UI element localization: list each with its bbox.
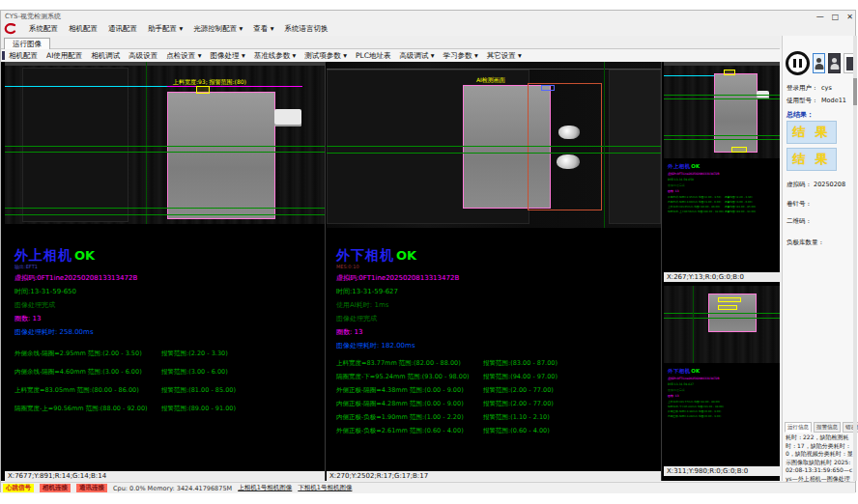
upper-camera-image[interactable]: 上料宽度:93; 报警范围:(80) xyxy=(5,62,325,224)
machine-silhouette xyxy=(609,70,661,224)
cell-region xyxy=(714,73,758,153)
tool-advanced-debug[interactable]: 高级调试 ▾ xyxy=(399,51,434,61)
yellow-tick-mark xyxy=(724,70,735,75)
control-button-row xyxy=(786,51,856,75)
image-top-band xyxy=(664,62,780,66)
pause-button[interactable] xyxy=(786,51,810,75)
tool-advanced-settings[interactable]: 高级设置 xyxy=(129,51,157,61)
close-icon[interactable]: ✕ xyxy=(846,13,853,21)
lower-measurements: 上料宽度=83.77mm 范围:(82.00 - 88.00)报警范围:(83.… xyxy=(336,359,655,440)
tool-baseline-params[interactable]: 基准线参数 ▾ xyxy=(254,51,297,61)
menu-item-view[interactable]: 查看 ▾ xyxy=(253,24,273,34)
measure-row: 外侧正极-隔圈=4.38mm 范围:(0.00 - 9.00)报警范围:(2.0… xyxy=(336,386,655,400)
measure-line-4 xyxy=(5,214,325,215)
app-logo-icon xyxy=(4,23,16,35)
title-bar: CYS-视觉检测系统 — □ ✕ xyxy=(1,11,855,22)
alarm-text: 报警范围:(3.00 - 6.00) xyxy=(725,200,753,204)
measure-text: 内侧余线-隔圈=4.60mm 范围:(3.00 - 6.00) xyxy=(668,200,721,203)
user-manage-button[interactable] xyxy=(828,53,841,73)
measure-line-3 xyxy=(664,135,780,136)
tab-nozzle xyxy=(274,109,301,126)
measure-text: 内侧余线-隔圈=4.60mm 范围:(3.00 - 6.00) xyxy=(14,368,142,376)
menu-item-system-config[interactable]: 系统配置 xyxy=(29,24,58,34)
yellow-tick-mark xyxy=(718,305,737,310)
thumb2-title: 外下相机 xyxy=(668,368,691,374)
measure-line-3 xyxy=(5,208,325,209)
lower-camera-image-link[interactable]: 下相机1号相机图像 xyxy=(298,484,352,492)
tab-strip: 运行图像 xyxy=(1,36,780,49)
measure-text: 上料宽度=83.05mm 范围:(80.00 - 86.00) xyxy=(14,386,139,394)
upper-overlay-text: 上料宽度:93; 报警范围:(80) xyxy=(173,78,246,85)
tool-ai-usage-config[interactable]: AI使用配置 xyxy=(46,51,82,61)
measure-row: 外侧正极-负极=2.61mm 范围:(0.60 - 4.00)报警范围:(0.6… xyxy=(336,427,655,440)
alarm-text: 报警范围:(89.00 - 91.00) xyxy=(725,210,756,214)
tool-plc-address[interactable]: PLC地址表 xyxy=(356,51,390,61)
thumb2-time: 时间:13-31-59-627 xyxy=(668,382,777,386)
maximize-icon[interactable]: □ xyxy=(832,13,840,21)
thumb2-turns: 圈数: 13 xyxy=(668,394,777,398)
virtual-code-value: 20250208 xyxy=(814,181,845,188)
lower-done: 图像处理完成 xyxy=(336,314,655,323)
thumb1-turns: 圈数: 13 xyxy=(668,189,777,193)
alarm-text: 报警范围:(2.20 - 3.30) xyxy=(161,350,228,358)
thumb1-image[interactable] xyxy=(664,62,780,158)
thumb2-results: 外下相机OK 虚拟码:0FT1ine2025020813313472B 时间:1… xyxy=(668,367,777,420)
menu-item-light-control[interactable]: 光源控制配置 ▾ xyxy=(193,24,243,34)
detect-roi-box xyxy=(541,85,555,91)
upper-camera-title: 外上相机 xyxy=(14,247,72,263)
window-controls: — □ ✕ xyxy=(816,11,853,22)
menu-item-assist-config[interactable]: 助手配置 ▾ xyxy=(148,24,183,34)
measure-text: 外侧正极-负极=2.61mm 范围:(0.60 - 4.00) xyxy=(336,427,464,434)
measure-line-2 xyxy=(327,153,661,154)
exit-door-icon xyxy=(846,57,853,70)
thumb2-ok: OK xyxy=(691,368,700,374)
bright-spot xyxy=(557,154,580,169)
tool-other-settings[interactable]: 其它设置 ▾ xyxy=(487,51,522,61)
measure-row: 隔圈宽度-上=90.56mm 范围:(88.00 - 92.00)报警范围:(8… xyxy=(14,405,319,423)
menu-item-language-switch[interactable]: 系统语言切换 xyxy=(284,24,328,34)
alarm-text: 报警范围:(89.00 - 91.00) xyxy=(161,405,236,413)
tool-learning-params[interactable]: 学习参数 ▾ xyxy=(443,51,478,61)
alarm-text: 报警范围:(83.00 - 87.00) xyxy=(483,359,558,368)
thumb2-image[interactable] xyxy=(664,286,780,363)
tool-camera-debug[interactable]: 相机调试 xyxy=(91,51,120,61)
tool-test-params[interactable]: 测试项参数 ▾ xyxy=(304,51,347,61)
heartbeat-status-badge: 心跳信号 xyxy=(3,484,34,492)
measure-text: 内侧正极-负极=1.90mm 范围:(1.00 - 2.20) xyxy=(336,413,464,421)
toolbar: 相机配置 AI使用配置 相机调试 高级设置 点检设置 ▾ 图像处理 ▾ 基准线参… xyxy=(1,49,787,62)
thumb2-barcode: 虚拟码:0FT1ine2025020813313472B xyxy=(668,377,777,380)
minimize-icon[interactable]: — xyxy=(816,13,824,21)
tool-spot-check[interactable]: 点检设置 ▾ xyxy=(166,51,201,61)
measure-line-2 xyxy=(5,152,325,153)
scrollbar-thumb[interactable] xyxy=(853,78,857,105)
alarm-text: 报警范围:(2.20 - 3.30) xyxy=(725,195,753,199)
lower-camera-results: 外下相机OK MES:0:10 虚拟码:0FT1ine2025020813313… xyxy=(336,245,655,440)
lower-ok-status: OK xyxy=(396,248,416,263)
user-login-button[interactable] xyxy=(813,53,825,73)
info-tab-run[interactable]: 运行信息 xyxy=(785,422,812,433)
alarm-text: 报警范围:(0.60 - 4.00) xyxy=(483,427,550,435)
info-tab-alarm[interactable]: 报警信息 xyxy=(814,422,841,433)
tool-camera-config[interactable]: 相机配置 xyxy=(9,51,38,61)
machine-silhouette xyxy=(22,68,129,222)
measure-row: 内侧正极-隔圈=4.28mm 范围:(0.00 - 9.00)报警范围:(2.0… xyxy=(336,400,655,413)
menu-item-comm-config[interactable]: 通讯配置 xyxy=(108,24,137,34)
measure-line-1 xyxy=(664,95,780,96)
qrcode-label: 二维码： xyxy=(786,217,812,226)
upper-camera-image-link[interactable]: 上相机1号相机图像 xyxy=(238,484,292,492)
thumb1-measurements: 外侧余线-隔圈=2.95mm 范围:(2.00 - 3.50)报警范围:(2.2… xyxy=(668,195,777,214)
cpu-memory-readout: Cpu: 0.0% Memory: 3424.41796875M xyxy=(113,485,232,492)
lower-camera-image[interactable]: AI检测画面 xyxy=(327,62,661,228)
upper-camera-results: 外上相机OK 输出:EFT1 虚拟码:0FT1ine20250208133134… xyxy=(14,245,319,423)
measure-text: 外侧余线-隔圈=2.95mm 范围:(2.00 - 3.50) xyxy=(14,350,142,357)
lower-camera-panel: AI检测画面 外下相机OK MES:0:10 虚拟码:0FT1ine202502… xyxy=(327,62,662,481)
info-tab-strip: 运行信息 报警信息 错误信息 xyxy=(785,422,858,433)
tool-image-processing[interactable]: 图像处理 ▾ xyxy=(211,51,245,61)
measure-text: 内侧正极-隔圈=4.28mm 范围:(0.00 - 9.00) xyxy=(336,400,464,407)
right-panel-scrollbar[interactable] xyxy=(853,36,857,481)
upper-turns: 圈数: 13 xyxy=(14,314,319,323)
bright-spot xyxy=(558,126,580,139)
menu-item-camera-config[interactable]: 相机配置 xyxy=(69,24,98,34)
toolbar-grip-icon xyxy=(2,51,5,60)
upper-pixel-coordinates: X:7677;Y:891;R:14;G:14;B:14 xyxy=(5,471,325,481)
